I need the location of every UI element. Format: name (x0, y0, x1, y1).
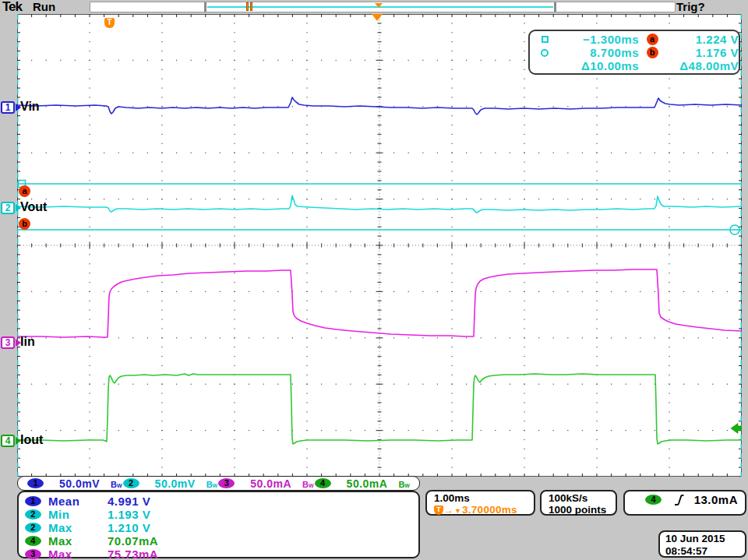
oscilloscope-screen: Tek Run Trig? T 1 Vin a 2 Vout b 3 Iin 4… (0, 0, 748, 560)
trigger-level-value: 13.0mA (694, 493, 738, 506)
measurement-value: 1.210 V (108, 521, 418, 534)
record-view-bar[interactable] (90, 2, 676, 12)
measurement-value: 4.991 V (108, 495, 418, 508)
measurement-name: Mean (48, 495, 108, 508)
graticule (17, 14, 742, 477)
channel-4-scale-item[interactable]: 4 50.0mA BW (315, 477, 410, 491)
top-status-bar: Tek Run Trig? (0, 0, 748, 14)
cursor-a-value: 1.224 V (665, 33, 739, 46)
channel-2-label: Vout (20, 200, 47, 214)
rising-edge-slope-icon (674, 494, 684, 506)
channel-2-badge[interactable]: 2 (1, 202, 15, 214)
measurement-name: Min (48, 508, 108, 521)
measurement-channel-badge: 4 (25, 536, 41, 546)
measurement-channel-badge: 1 (25, 496, 41, 506)
measurement-row: 2 Max 1.210 V (25, 521, 418, 534)
record-trigger-marker[interactable] (246, 2, 254, 11)
measurement-row: 3 Max 75.73mA (25, 548, 418, 560)
channel-2-scale-item[interactable]: 2 50.0mV BW (123, 477, 218, 491)
channel-4-label: Iout (20, 433, 43, 447)
window-bracket-left[interactable] (204, 2, 206, 12)
cursor-a-badge[interactable]: a (19, 185, 30, 197)
measurement-row: 2 Min 1.193 V (25, 508, 418, 521)
channel-4-scale-badge: 4 (315, 478, 331, 488)
horizontal-delay-value: 3.70000ms (462, 504, 517, 516)
bandwidth-limit-icon: BW (302, 477, 314, 491)
acquisition-box[interactable]: 100kS/s 1000 points (540, 490, 617, 516)
tek-logo: Tek (2, 0, 22, 15)
bandwidth-limit-icon: BW (398, 477, 410, 491)
sample-rate: 100kS/s (549, 492, 616, 504)
record-expansion-triangle-icon (375, 3, 383, 8)
measurement-channel-badge: 2 (25, 509, 41, 519)
channel-3-scale-value: 50.0mA (250, 477, 291, 490)
triangle-down-icon: ▼ (454, 507, 461, 515)
cursor-1-square-icon (542, 36, 549, 43)
channel-3-scale-item[interactable]: 3 50.0mA BW (218, 477, 313, 491)
channel-4-scale-value: 50.0mA (347, 477, 388, 490)
measurement-row: 4 Max 70.07mA (25, 534, 418, 548)
measurement-name: Max (48, 534, 108, 548)
cursor-readout-box: −1.300ms a 1.224 V 8.700ms b 1.176 V Δ10… (528, 30, 740, 75)
channel-4-badge[interactable]: 4 (1, 435, 15, 447)
measurement-channel-badge: 3 (25, 549, 41, 559)
measurement-name: Max (48, 548, 108, 560)
record-length: 1000 points (549, 504, 616, 516)
channel-2-scale-badge: 2 (123, 478, 139, 488)
trigger-status: Trig? (676, 0, 705, 13)
cursor-b-badge[interactable]: b (19, 218, 30, 230)
arrow-right-icon: → (444, 505, 453, 516)
cursor-2-circle-icon (541, 49, 549, 57)
time-label: 08:54:57 (665, 545, 745, 558)
channel-3-label: Iin (20, 335, 35, 349)
trigger-source-badge: 4 (645, 495, 662, 505)
bandwidth-limit-icon: BW (111, 477, 122, 491)
horizontal-scale: 1.00ms (434, 492, 534, 504)
channel-scale-bar: 1 50.0mV BW 2 50.0mV BW 3 50.0mA BW 4 50… (17, 476, 420, 491)
datetime-box: 10 Jun 2015 08:54:57 (658, 530, 746, 558)
cursor-1-time: −1.300ms (556, 33, 639, 46)
horizontal-settings-box[interactable]: 1.00ms T → ▼ 3.70000ms (425, 490, 535, 516)
measurement-row: 1 Mean 4.991 V (25, 495, 418, 508)
cursor-2-time: 8.700ms (556, 46, 639, 59)
channel-1-badge[interactable]: 1 (1, 101, 15, 114)
date-label: 10 Jun 2015 (665, 533, 745, 545)
channel-3-scale-badge: 3 (218, 478, 235, 488)
cursor-a-readout-badge: a (647, 33, 658, 45)
acquisition-status: Run (33, 0, 55, 13)
trigger-settings-box[interactable]: 4 13.0mA (623, 490, 746, 516)
channel-1-scale-value: 50.0mV (59, 477, 100, 490)
measurement-value: 70.07mA (108, 534, 418, 548)
window-bracket-right[interactable] (554, 2, 556, 12)
measurements-box: 1 Mean 4.991 V 2 Min 1.193 V 2 Max 1.210… (17, 491, 420, 558)
trigger-time-t-icon[interactable]: T (104, 18, 115, 28)
measurement-value: 75.73mA (108, 548, 418, 560)
cursor-b-value: 1.176 V (665, 46, 739, 59)
cursor-b-readout-badge: b (647, 47, 658, 58)
horizontal-delay: T → ▼ 3.70000ms (434, 504, 534, 516)
channel-1-scale-badge: 1 (27, 478, 44, 488)
channel-2-scale-value: 50.0mV (155, 477, 196, 490)
channel-3-badge[interactable]: 3 (1, 336, 15, 349)
trigger-t-icon: T (434, 505, 443, 515)
bandwidth-limit-icon: BW (206, 477, 218, 491)
measurement-value: 1.193 V (108, 508, 418, 521)
cursor-delta-value: Δ48.00mV (665, 59, 739, 72)
channel-1-scale-item[interactable]: 1 50.0mV BW (27, 477, 122, 491)
measurement-name: Max (48, 521, 108, 534)
measurement-channel-badge: 2 (25, 523, 41, 533)
channel-1-label: Vin (20, 100, 40, 114)
cursor-delta-time: Δ10.00ms (556, 59, 639, 72)
